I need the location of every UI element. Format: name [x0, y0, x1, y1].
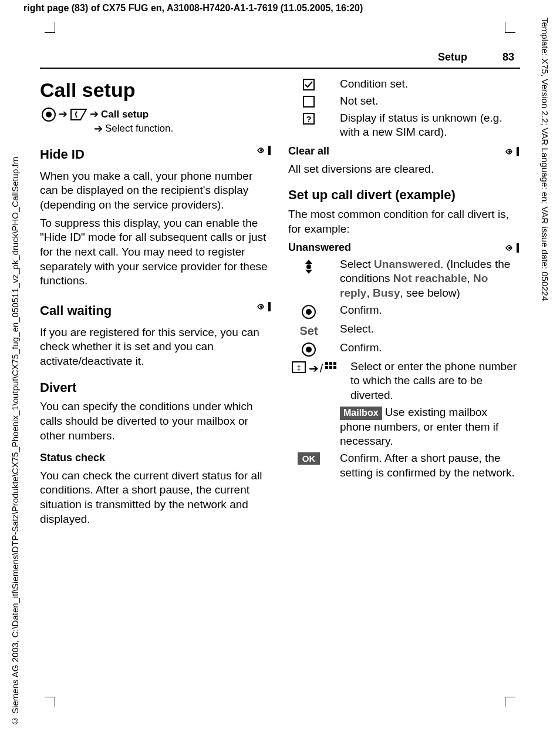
heading-divert: Divert	[40, 380, 272, 397]
provider-icon	[504, 146, 520, 157]
provider-icon	[255, 301, 272, 313]
checkbox-question-icon: ?	[302, 112, 315, 125]
mailbox-label: Mailbox	[340, 407, 382, 420]
heading-call-waiting: Call waiting	[40, 303, 112, 320]
body-text: If you are registered for this service, …	[40, 325, 272, 369]
page-number: 83	[502, 51, 514, 64]
crumb-label: Select function.	[105, 122, 173, 135]
body-text: You can specify the conditions under whi…	[40, 399, 272, 443]
legend-text: Display if status is unknown (e.g. with …	[340, 111, 520, 140]
legend-text: Not set.	[340, 94, 520, 109]
arrow-icon: ➔	[94, 122, 103, 136]
right-margin-text: Template: X75, Version 2.2; VAR Language…	[539, 18, 551, 301]
crop-mark-icon	[45, 697, 55, 707]
legend-row: ? Display if status is unknown (e.g. wit…	[288, 111, 520, 140]
arrow-icon: ➔	[59, 108, 68, 121]
svg-point-10	[508, 150, 511, 153]
breadcrumb: ➔ ➔ Call setup	[41, 107, 272, 122]
svg-marker-16	[305, 270, 312, 274]
step-row: ‡ ➔/ Select or enter the phone number to…	[288, 360, 520, 403]
crumb-label: Call setup	[101, 108, 149, 121]
svg-rect-6	[303, 79, 314, 90]
heading-status-check: Status check	[40, 451, 272, 465]
step-text: Mailbox Use existing mailbox phone numbe…	[340, 405, 520, 449]
crop-mark-icon	[505, 697, 515, 707]
section-title: Setup	[438, 51, 467, 64]
svg-rect-5	[268, 302, 271, 311]
heading-unanswered: Unanswered	[288, 241, 351, 254]
page-title: Call setup	[40, 77, 272, 103]
step-text: Select Unanswered. (Includes the conditi…	[340, 257, 520, 301]
phonebook-icon: ‡	[291, 361, 308, 374]
step-row: Set Select.	[288, 322, 520, 338]
legend-row: Not set.	[288, 94, 520, 109]
svg-point-4	[260, 305, 262, 308]
svg-point-12	[508, 247, 511, 249]
step-text: Confirm. After a short pause, the settin…	[340, 451, 520, 480]
body-text: All set diversions are cleared.	[288, 162, 520, 177]
svg-text:‡: ‡	[296, 364, 301, 372]
ok-label: OK	[298, 452, 321, 465]
left-margin-text: © Siemens AG 2003, C:\Daten_itl\Siemens\…	[9, 41, 21, 726]
svg-rect-27	[329, 366, 332, 369]
target-icon	[301, 342, 316, 357]
body-text: You can check the current divert status …	[40, 469, 272, 527]
step-row: Select Unanswered. (Includes the conditi…	[288, 257, 520, 301]
left-column: Call setup ➔ ➔ Call setup ➔ Select funct…	[40, 75, 272, 530]
crop-mark-icon	[505, 22, 515, 33]
keypad-icon	[324, 361, 337, 374]
svg-rect-24	[329, 362, 332, 365]
body-text: The most common condition for call diver…	[288, 207, 520, 236]
page-body: Setup 83 Call setup ➔ ➔ Call setup ➔ Sel…	[40, 15, 520, 714]
right-column: Condition set. Not set. ? Display if sta…	[288, 75, 520, 530]
running-header: Setup 83	[40, 15, 520, 69]
step-row: Mailbox Use existing mailbox phone numbe…	[288, 405, 520, 449]
svg-rect-13	[517, 243, 519, 253]
svg-rect-26	[325, 366, 328, 369]
heading-hide-id: Hide ID	[40, 146, 85, 163]
step-text: Confirm.	[340, 303, 520, 318]
step-text: Select.	[340, 322, 520, 337]
breadcrumb-line2: ➔ Select function.	[41, 122, 272, 136]
target-icon	[41, 107, 56, 122]
nav-updown-icon	[303, 258, 314, 275]
slash: /	[320, 361, 323, 376]
heading-clear-all: Clear all	[288, 145, 329, 158]
top-meta-text: right page (83) of CX75 FUG en, A31008-H…	[23, 3, 363, 13]
svg-rect-3	[268, 146, 271, 155]
svg-point-18	[306, 309, 312, 315]
svg-point-15	[306, 264, 311, 269]
step-text: Select or enter the phone number to whic…	[350, 360, 520, 403]
top-meta: right page (83) of CX75 FUG en, A31008-H…	[23, 2, 363, 15]
svg-text:?: ?	[306, 114, 311, 124]
svg-point-1	[46, 112, 52, 117]
svg-point-2	[260, 149, 262, 152]
checkbox-empty-icon	[302, 95, 315, 108]
svg-rect-28	[333, 366, 336, 369]
svg-rect-7	[303, 96, 314, 107]
body-text: When you make a call, your phone number …	[40, 169, 272, 213]
svg-rect-11	[517, 147, 519, 156]
step-text: Confirm.	[340, 341, 520, 355]
heading-example: Set up call divert (example)	[288, 187, 520, 204]
arrow-icon: ➔	[90, 108, 99, 121]
arrow-icon: ➔	[309, 361, 319, 376]
step-row: Confirm.	[288, 341, 520, 357]
legend-row: Condition set.	[288, 77, 520, 92]
svg-point-20	[306, 347, 312, 352]
svg-marker-14	[305, 260, 312, 264]
set-label: Set	[299, 323, 318, 338]
crop-mark-icon	[45, 22, 55, 33]
svg-rect-23	[325, 362, 328, 365]
step-row: OK Confirm. After a short pause, the set…	[288, 451, 520, 480]
legend-text: Condition set.	[340, 77, 520, 92]
target-icon	[301, 304, 316, 320]
step-row: Confirm.	[288, 303, 520, 320]
provider-icon	[255, 145, 272, 156]
provider-icon	[504, 242, 520, 254]
checkbox-checked-icon	[302, 78, 315, 91]
phone-icon	[70, 108, 87, 121]
svg-rect-25	[333, 362, 336, 365]
body-text: To suppress this display, you can enable…	[40, 216, 272, 288]
